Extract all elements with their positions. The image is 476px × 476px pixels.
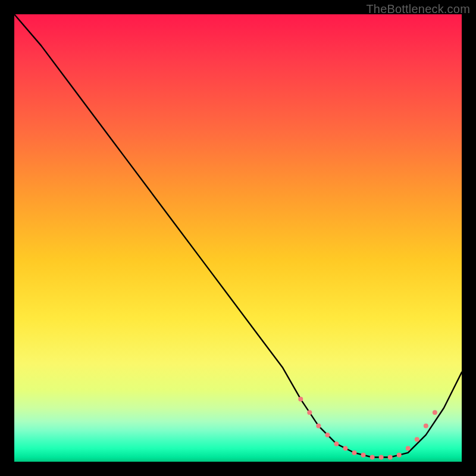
chart-plot-area [14, 14, 462, 462]
chart-curve [14, 14, 462, 457]
chart-marker [415, 437, 419, 441]
chart-marker [388, 455, 393, 459]
chart-marker [397, 453, 402, 458]
chart-marker [361, 453, 366, 458]
chart-marker [307, 410, 312, 415]
chart-marker [325, 433, 330, 437]
chart-marker [379, 455, 384, 459]
chart-marker [352, 450, 357, 455]
chart-marker-group [298, 397, 437, 460]
attribution-label: TheBottleneck.com [366, 2, 470, 16]
chart-marker [424, 424, 428, 428]
chart-marker [406, 446, 411, 450]
chart-marker [316, 424, 321, 428]
chart-marker [433, 410, 437, 415]
chart-marker [370, 455, 375, 459]
chart-stage: TheBottleneck.com [0, 0, 476, 476]
chart-marker [298, 397, 303, 402]
chart-marker [334, 441, 339, 446]
chart-svg [14, 14, 462, 462]
chart-curve-group [14, 14, 462, 457]
chart-marker [343, 446, 347, 450]
